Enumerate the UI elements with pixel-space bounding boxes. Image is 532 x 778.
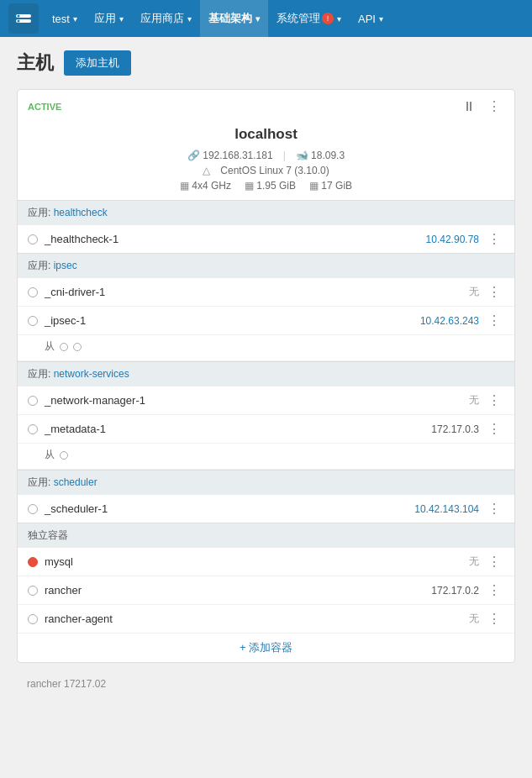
container-name-rancher-agent: rancher-agent (45, 612, 469, 625)
container-ip-none: 无 (469, 285, 479, 299)
section-label-ipsec: 应用: (28, 260, 54, 271)
container-menu-button[interactable]: ⋮ (484, 554, 504, 570)
from-dot-2 (73, 343, 82, 351)
host-docker: 🐋 18.09.3 (296, 150, 345, 161)
section-app-link-scheduler[interactable]: scheduler (54, 476, 97, 488)
container-name: _scheduler-1 (45, 502, 414, 515)
add-container-row[interactable]: + 添加容器 (18, 633, 514, 662)
host-cpu: ▦ 4x4 GHz (180, 180, 231, 192)
container-menu-button[interactable]: ⋮ (484, 231, 504, 247)
section-header-standalone: 独立容器 (18, 523, 514, 548)
container-name-rancher: rancher (45, 584, 431, 597)
nav-apps-label: 应用 (94, 11, 116, 26)
nav-apps-caret: ▾ (119, 14, 124, 24)
section-label-standalone: 独立容器 (28, 529, 68, 541)
section-healthcheck: 应用: healthcheck _healthcheck-1 10.42.90.… (18, 200, 514, 253)
nav-apps[interactable]: 应用 ▾ (86, 0, 132, 37)
page-content: 主机 添加主机 ACTIVE ⏸ ⋮ localhost 🔗 192.168.3… (0, 37, 532, 710)
host-name: localhost (18, 123, 514, 150)
container-name: _cni-driver-1 (45, 286, 469, 298)
from-row-ipsec: 从 (18, 335, 514, 361)
section-header-network-services: 应用: network-services (18, 362, 514, 386)
container-status-dot (28, 504, 38, 514)
svg-point-3 (18, 20, 20, 23)
host-meta-row3: ▦ 4x4 GHz ▦ 1.95 GiB ▦ 17 GiB (18, 180, 514, 200)
container-row-cni-driver-1: _cni-driver-1 无 ⋮ (18, 278, 514, 307)
section-app-link-network-services[interactable]: network-services (54, 368, 129, 380)
host-pause-button[interactable]: ⏸ (459, 97, 479, 116)
section-network-services: 应用: network-services _network-manager-1 … (18, 361, 514, 470)
nav-infra-label: 基础架构 (208, 11, 252, 26)
host-card-header: ACTIVE ⏸ ⋮ (18, 90, 514, 123)
host-status-badge: ACTIVE (28, 102, 61, 112)
container-ip-none: 无 (469, 393, 479, 407)
svg-point-2 (18, 15, 20, 18)
host-meta-row1: 🔗 192.168.31.181 | 🐋 18.09.3 (18, 150, 514, 161)
navbar: test ▾ 应用 ▾ 应用商店 ▾ 基础架构 ▾ 系统管理 ! ▾ API ▾ (0, 0, 532, 37)
page-header: 主机 添加主机 (17, 50, 515, 76)
container-menu-button[interactable]: ⋮ (484, 392, 504, 408)
container-ip[interactable]: 10.42.90.78 (426, 234, 479, 245)
section-header-ipsec: 应用: ipsec (18, 254, 514, 278)
nav-infra-caret: ▾ (255, 14, 260, 24)
host-actions: ⏸ ⋮ (459, 97, 504, 116)
section-scheduler: 应用: scheduler _scheduler-1 10.42.143.104… (18, 470, 514, 523)
container-status-dot (28, 316, 38, 326)
navbar-logo[interactable] (8, 3, 39, 34)
from-label: 从 (45, 339, 55, 354)
nav-sysadmin-label: 系统管理 (277, 11, 320, 26)
section-app-link-healthcheck[interactable]: healthcheck (54, 207, 108, 218)
nav-sysadmin[interactable]: 系统管理 ! ▾ (268, 0, 350, 37)
container-ip-rancher: 172.17.0.2 (431, 585, 479, 597)
section-header-healthcheck: 应用: healthcheck (18, 201, 514, 225)
footer-text: rancher 17217.02 (27, 678, 106, 690)
section-label-healthcheck: 应用: (28, 207, 54, 218)
container-ip-none: 无 (469, 555, 479, 569)
container-menu-button[interactable]: ⋮ (484, 313, 504, 329)
container-ip-none: 无 (469, 612, 479, 626)
section-app-link-ipsec[interactable]: ipsec (54, 260, 77, 271)
container-menu-button[interactable]: ⋮ (484, 611, 504, 627)
nav-test[interactable]: test ▾ (44, 0, 86, 37)
host-meta-os: △ CentOS Linux 7 (3.10.0) (18, 165, 514, 176)
nav-sysadmin-caret: ▾ (337, 14, 341, 24)
ip-icon: 🔗 (187, 150, 200, 161)
host-mem: ▦ 1.95 GiB (245, 180, 296, 192)
container-row-rancher: rancher 172.17.0.2 ⋮ (18, 576, 514, 605)
section-ipsec: 应用: ipsec _cni-driver-1 无 ⋮ _ipsec-1 10.… (18, 253, 514, 361)
nav-test-caret: ▾ (73, 14, 77, 24)
nav-api[interactable]: API ▾ (350, 0, 392, 37)
container-name: _network-manager-1 (45, 394, 469, 407)
footer: rancher 17217.02 (17, 671, 515, 697)
host-ip: 🔗 192.168.31.181 (187, 150, 273, 161)
from-dot-1 (60, 451, 68, 460)
container-status-dot (28, 287, 38, 297)
container-name: _ipsec-1 (45, 314, 420, 327)
page-title: 主机 (17, 50, 54, 76)
nav-appstore[interactable]: 应用商店 ▾ (132, 0, 200, 37)
section-header-scheduler: 应用: scheduler (18, 470, 514, 495)
nav-sysadmin-badge: ! (322, 13, 334, 24)
container-menu-button[interactable]: ⋮ (484, 421, 504, 437)
add-host-button[interactable]: 添加主机 (64, 50, 131, 76)
container-menu-button[interactable]: ⋮ (484, 284, 504, 300)
section-label-scheduler: 应用: (28, 476, 54, 488)
container-ip[interactable]: 10.42.63.243 (420, 315, 479, 327)
container-ip[interactable]: 10.42.143.104 (414, 503, 479, 515)
container-status-dot (28, 424, 38, 434)
from-dot-1 (60, 343, 68, 351)
storage-icon: ▦ (309, 180, 321, 192)
container-menu-button[interactable]: ⋮ (484, 501, 504, 517)
nav-infra[interactable]: 基础架构 ▾ (200, 0, 268, 37)
container-row-ipsec-1: _ipsec-1 10.42.63.243 ⋮ (18, 307, 514, 335)
nav-api-label: API (358, 13, 376, 25)
container-name: _metadata-1 (45, 423, 431, 435)
meta-sep1: | (283, 150, 286, 161)
add-container-label: + 添加容器 (240, 641, 292, 654)
nav-test-label: test (52, 13, 70, 25)
host-storage: ▦ 17 GiB (309, 180, 352, 192)
from-label: 从 (45, 448, 55, 462)
container-menu-button[interactable]: ⋮ (484, 582, 504, 598)
host-menu-button[interactable]: ⋮ (484, 97, 504, 116)
container-row-metadata-1: _metadata-1 172.17.0.3 ⋮ (18, 415, 514, 444)
